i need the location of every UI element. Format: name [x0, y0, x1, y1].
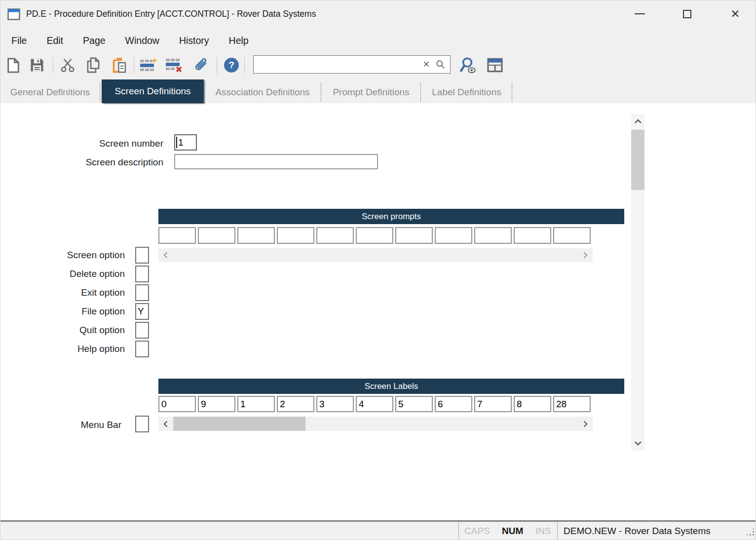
layout-panes-icon [487, 58, 503, 73]
prompts-horizontal-scrollbar[interactable] [158, 248, 593, 262]
cut-button[interactable] [57, 55, 78, 76]
menu-file[interactable]: File [11, 35, 27, 46]
toolbar-separator [244, 57, 245, 74]
app-window: { "window": { "title": "PD.E - Procedure… [0, 0, 756, 540]
vertical-scrollbar-thumb[interactable] [631, 130, 644, 190]
tab-screen-definitions[interactable]: Screen Definitions [102, 79, 204, 103]
screen-number-input[interactable] [174, 134, 197, 151]
screen-label-cell[interactable] [356, 396, 393, 412]
menu-history[interactable]: History [179, 35, 209, 46]
num-indicator: NUM [502, 526, 523, 537]
insert-row-button[interactable] [138, 55, 159, 76]
menu-window[interactable]: Window [125, 35, 159, 46]
attach-button[interactable] [190, 55, 212, 76]
toolbar: ? ✕ [0, 52, 756, 78]
scroll-left-icon[interactable] [163, 252, 168, 259]
menu-help[interactable]: Help [229, 35, 249, 46]
menu-bar-label: Menu Bar [20, 420, 121, 430]
screen-label-cell[interactable] [198, 396, 235, 412]
screen-prompts-header: Screen prompts [158, 209, 624, 224]
screen-label-cell[interactable] [395, 396, 433, 412]
screen-prompt-cell[interactable] [316, 227, 354, 244]
screen-label-cell[interactable] [237, 396, 275, 412]
search-box: ✕ [253, 55, 451, 74]
screen-prompt-cell[interactable] [435, 227, 472, 244]
search-input[interactable] [254, 56, 418, 73]
delete-option-input[interactable] [135, 266, 149, 282]
copy-button[interactable] [82, 55, 104, 76]
labels-scrollbar-thumb[interactable] [173, 417, 305, 431]
insert-row-icon [140, 58, 157, 73]
screen-prompt-cell[interactable] [514, 227, 551, 244]
screen-option-label: Screen option [20, 250, 125, 261]
screen-prompt-cell[interactable] [237, 227, 275, 244]
tab-general-definitions[interactable]: General Definitions [0, 82, 100, 102]
screen-label-cell[interactable] [316, 396, 354, 412]
text-caret [176, 137, 177, 148]
help-option-input[interactable] [135, 341, 149, 357]
screen-prompt-cell[interactable] [553, 227, 591, 244]
help-icon: ? [224, 58, 239, 73]
labels-horizontal-scrollbar[interactable] [158, 417, 593, 431]
menu-bar-input[interactable] [135, 416, 149, 432]
exit-option-input[interactable] [135, 284, 149, 301]
tab-association-definitions[interactable]: Association Definitions [204, 82, 321, 102]
screen-label-cell[interactable] [474, 396, 512, 412]
scroll-right-icon[interactable] [583, 252, 588, 259]
paperclip-icon [193, 57, 209, 73]
screen-label-cell[interactable] [277, 396, 314, 412]
vertical-scrollbar[interactable] [631, 114, 644, 451]
screen-description-label: Screen description [40, 157, 163, 168]
screen-option-input[interactable] [135, 247, 149, 264]
screen-label-cell[interactable] [435, 396, 472, 412]
tab-label-definitions[interactable]: Label Definitions [421, 82, 512, 102]
caps-indicator: CAPS [464, 526, 490, 537]
status-separator [458, 522, 459, 540]
paste-clipboard-icon [112, 57, 126, 73]
minimize-icon [635, 13, 645, 14]
scroll-down-icon[interactable] [634, 441, 642, 446]
close-icon: ✕ [730, 7, 740, 21]
screen-prompt-cell[interactable] [277, 227, 314, 244]
screen-label-cell[interactable] [553, 396, 591, 412]
clear-search-icon[interactable]: ✕ [418, 59, 435, 70]
paste-button[interactable] [108, 55, 130, 76]
quit-option-input[interactable] [135, 322, 149, 339]
close-button[interactable]: ✕ [724, 3, 747, 24]
delete-row-button[interactable] [163, 55, 185, 76]
layout-view-button[interactable] [484, 55, 506, 76]
screen-prompt-cell[interactable] [356, 227, 393, 244]
menu-page[interactable]: Page [83, 35, 106, 46]
tab-prompt-definitions[interactable]: Prompt Definitions [322, 82, 421, 102]
menu-edit[interactable]: Edit [46, 35, 63, 46]
screen-labels-header: Screen Labels [158, 379, 624, 394]
screen-prompt-cell[interactable] [198, 227, 235, 244]
file-option-input[interactable] [135, 303, 149, 320]
maximize-icon [683, 10, 691, 18]
save-icon [30, 58, 44, 73]
scroll-right-icon[interactable] [583, 420, 588, 427]
minimize-button[interactable] [628, 3, 651, 24]
screen-prompts-row [158, 227, 591, 244]
new-document-icon [7, 58, 20, 73]
screen-description-input[interactable] [174, 154, 378, 169]
cut-scissors-icon [60, 58, 76, 73]
search-magnifier-icon[interactable] [435, 60, 450, 69]
screen-label-cell[interactable] [514, 396, 551, 412]
scroll-left-icon[interactable] [163, 420, 168, 427]
screen-label-cell[interactable] [158, 396, 196, 412]
account-context-label: DEMO.NEW - Rover Data Systems [564, 526, 711, 537]
maximize-button[interactable] [676, 3, 698, 24]
toolbar-separator [53, 57, 53, 74]
new-button[interactable] [2, 55, 24, 76]
resize-grip[interactable] [747, 528, 755, 538]
screen-prompt-cell[interactable] [474, 227, 512, 244]
screen-prompt-cell[interactable] [158, 227, 196, 244]
screen-prompt-cell[interactable] [395, 227, 433, 244]
help-button[interactable]: ? [221, 55, 242, 76]
scroll-up-icon[interactable] [634, 118, 642, 124]
status-bar: CAPS NUM INS DEMO.NEW - Rover Data Syste… [0, 520, 756, 540]
save-button[interactable] [26, 55, 48, 76]
find-preview-button[interactable] [456, 55, 478, 76]
file-option-label: File option [20, 306, 125, 317]
